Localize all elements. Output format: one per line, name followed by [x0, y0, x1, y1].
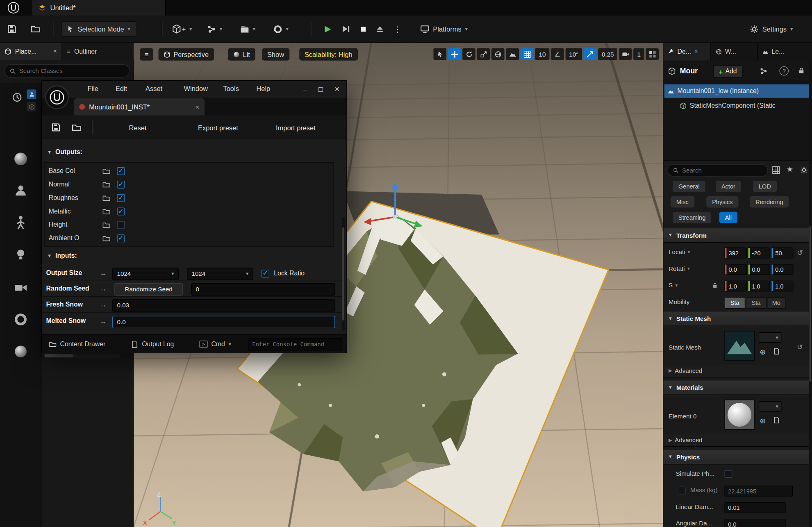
- simulate-physics-checkbox[interactable]: [724, 470, 732, 478]
- rotation-snap-value[interactable]: 10°: [565, 48, 582, 60]
- close-icon[interactable]: ×: [694, 48, 698, 55]
- output-checkbox[interactable]: [117, 167, 125, 175]
- filter-actor[interactable]: Actor: [716, 181, 741, 192]
- unreal-logo-icon[interactable]: [7, 2, 20, 14]
- advanced-row-1[interactable]: ▶Advanced: [663, 365, 809, 377]
- material-thumbnail[interactable]: [724, 400, 754, 429]
- preset-scrollbar[interactable]: [342, 217, 345, 331]
- outputs-header[interactable]: ▼ Outputs:: [47, 149, 82, 156]
- tab-world-settings[interactable]: W...: [711, 43, 758, 61]
- camera-speed-button[interactable]: [619, 48, 632, 60]
- folder-icon[interactable]: [102, 194, 110, 202]
- shapes-torus-icon[interactable]: [11, 310, 30, 329]
- filter-all[interactable]: All: [719, 212, 737, 223]
- characters-icon[interactable]: [11, 181, 30, 200]
- console-command-input[interactable]: [252, 341, 338, 348]
- section-physics[interactable]: ▼ Physics: [663, 450, 809, 464]
- output-checkbox[interactable]: [117, 221, 125, 229]
- display-grid-icon[interactable]: [772, 166, 780, 174]
- move-tool[interactable]: [448, 48, 461, 60]
- close-icon[interactable]: ×: [53, 48, 57, 55]
- scale-y-field[interactable]: 1.0: [748, 281, 770, 292]
- revert-swap-icon[interactable]: ↔: [100, 301, 107, 308]
- console-command-box[interactable]: [248, 338, 342, 350]
- save-icon[interactable]: [51, 123, 61, 132]
- size-height-dropdown[interactable]: 1024▾: [187, 268, 253, 280]
- browse-to-material-icon[interactable]: ⊕: [760, 417, 766, 425]
- menu-tools[interactable]: Tools: [223, 85, 239, 93]
- rotation-z-field[interactable]: 0.0: [771, 264, 793, 275]
- cinematics-dropdown[interactable]: ▾: [240, 21, 255, 37]
- category-icon[interactable]: [27, 102, 36, 111]
- cinematic-icon[interactable]: [11, 278, 30, 296]
- mobility-stationary[interactable]: Sta: [746, 297, 767, 309]
- location-x-field[interactable]: 392: [724, 248, 746, 259]
- play-options-kebab[interactable]: ⋮: [393, 21, 401, 37]
- scale-x-field[interactable]: 1.0: [724, 281, 746, 292]
- output-checkbox[interactable]: [117, 234, 125, 242]
- add-actor-dropdown[interactable]: +▾: [172, 21, 192, 37]
- randomize-seed-button[interactable]: Randomize Seed: [114, 283, 183, 295]
- mobility-movable[interactable]: Mo: [767, 297, 785, 309]
- use-selected-material-icon[interactable]: [773, 417, 780, 423]
- material-instance-window[interactable]: File Edit Asset Window Tools Help – □ × …: [41, 80, 347, 353]
- revert-swap-icon[interactable]: ↔: [100, 270, 107, 276]
- output-checkbox[interactable]: [117, 194, 125, 202]
- reset-location-icon[interactable]: ↺: [797, 248, 803, 257]
- revert-swap-icon[interactable]: ↔: [100, 285, 107, 292]
- melted-snow-input[interactable]: [117, 318, 331, 326]
- rotation-x-field[interactable]: 0.0: [724, 264, 746, 275]
- add-component-button[interactable]: + Add: [713, 65, 743, 77]
- close-button[interactable]: ×: [330, 83, 344, 95]
- level-tab[interactable]: Untitled*: [32, 0, 166, 16]
- category-selected-icon[interactable]: [27, 90, 36, 99]
- mass-override-checkbox[interactable]: [678, 487, 686, 495]
- maximize-button[interactable]: □: [313, 83, 328, 95]
- grid-snap-value[interactable]: 10: [535, 48, 550, 60]
- fresh-snow-input[interactable]: [117, 302, 331, 309]
- mannequin-icon[interactable]: [11, 214, 30, 232]
- camera-speed-value[interactable]: 1: [634, 48, 644, 60]
- location-z-field[interactable]: 50.: [771, 248, 793, 259]
- blueprint-convert-icon[interactable]: [760, 67, 767, 75]
- fresh-snow-field[interactable]: [112, 299, 335, 311]
- folder-icon[interactable]: [102, 234, 110, 242]
- save-button[interactable]: [7, 21, 17, 37]
- filter-streaming[interactable]: Streaming: [673, 212, 711, 223]
- selection-mode-dropdown[interactable]: Selection Mode ▾: [61, 21, 136, 37]
- rotate-tool[interactable]: [463, 48, 476, 60]
- show-flags-dropdown[interactable]: Show: [262, 48, 289, 60]
- basic-shapes-icon[interactable]: [11, 150, 30, 168]
- lock-icon[interactable]: [798, 67, 805, 74]
- tab-levels[interactable]: Le...: [757, 43, 812, 61]
- output-log-button[interactable]: Output Log: [131, 338, 174, 350]
- filter-physics[interactable]: Physics: [706, 196, 738, 208]
- section-materials[interactable]: ▼ Materials: [663, 381, 809, 395]
- mobility-static[interactable]: Sta: [724, 297, 745, 309]
- browse-to-asset-icon[interactable]: ⊕: [760, 348, 766, 356]
- menu-file[interactable]: File: [88, 85, 98, 93]
- select-tool[interactable]: [434, 48, 447, 60]
- filter-general[interactable]: General: [673, 181, 705, 192]
- world-local-toggle[interactable]: [492, 48, 505, 60]
- tab-place-actors[interactable]: Place... ×: [0, 43, 62, 60]
- asset-tab[interactable]: Mountain001_INST* ×: [74, 98, 205, 116]
- help-icon[interactable]: ?: [779, 66, 789, 76]
- seed-value-field[interactable]: 0: [191, 283, 335, 295]
- panel-hscrollbar[interactable]: [43, 354, 120, 358]
- grid-snap-toggle[interactable]: [521, 48, 534, 60]
- static-mesh-thumbnail[interactable]: [724, 331, 754, 361]
- platforms-dropdown[interactable]: Platforms ▾: [421, 21, 468, 37]
- static-mesh-combo[interactable]: ▾: [759, 332, 782, 343]
- menu-help[interactable]: Help: [256, 85, 270, 93]
- advanced-row-2[interactable]: ▶Advanced: [663, 434, 809, 447]
- location-y-field[interactable]: -20: [748, 248, 770, 259]
- browse-icon[interactable]: [72, 123, 82, 132]
- search-classes-box[interactable]: [4, 64, 130, 78]
- reset-static-mesh-icon[interactable]: ↺: [797, 343, 803, 351]
- angular-damping-field[interactable]: 0.0: [724, 519, 785, 527]
- lock-ratio-checkbox[interactable]: [262, 270, 269, 277]
- folder-icon[interactable]: [102, 208, 110, 216]
- scale-lock-icon[interactable]: [712, 283, 718, 288]
- menu-asset[interactable]: Asset: [146, 85, 162, 93]
